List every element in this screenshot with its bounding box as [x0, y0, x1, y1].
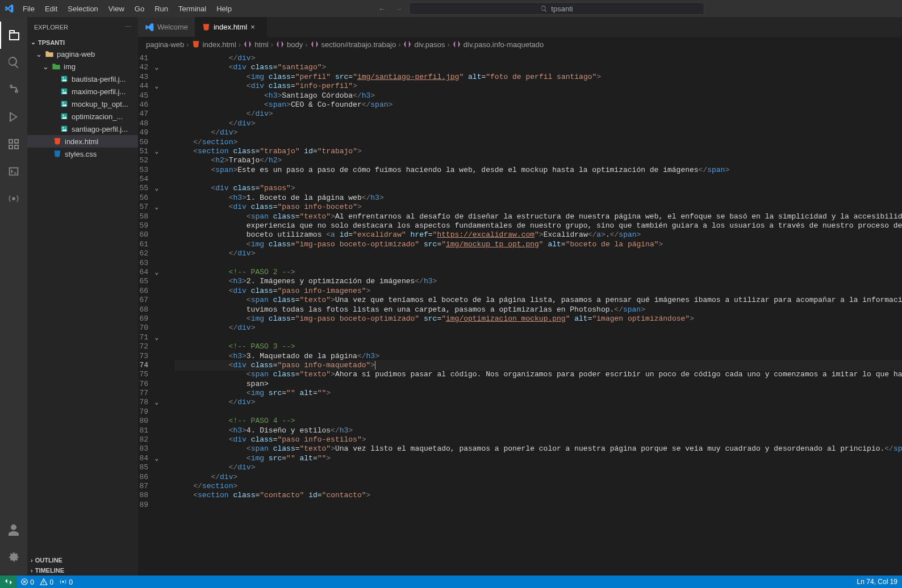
file-index[interactable]: index.html	[27, 135, 138, 148]
svg-point-10	[62, 127, 64, 128]
vscode-logo-icon	[145, 23, 154, 32]
command-center-search[interactable]: tpsanti	[409, 2, 704, 15]
tab-welcome[interactable]: Welcome	[138, 17, 195, 37]
search-icon	[540, 5, 548, 12]
outline-label: OUTLINE	[35, 557, 62, 564]
folder-pagina-web[interactable]: ⌄ pagina-web	[27, 48, 138, 60]
breadcrumb-item[interactable]: div.paso.info-maquetado	[463, 40, 544, 49]
activity-extensions[interactable]	[0, 131, 27, 158]
breadcrumb-item[interactable]: html	[254, 40, 269, 49]
folder-open-icon	[51, 62, 61, 70]
tab-label: Welcome	[157, 23, 188, 31]
project-header[interactable]: ⌄ TPSANTI	[27, 37, 138, 48]
close-icon[interactable]: ×	[250, 23, 260, 31]
image-file-icon	[59, 87, 69, 95]
file-label: styles.css	[65, 150, 97, 158]
folder-label: img	[64, 62, 76, 71]
html-file-icon	[52, 137, 62, 145]
activity-explorer[interactable]	[0, 22, 27, 49]
breadcrumb-icon	[452, 40, 461, 49]
status-problems[interactable]: 0 0	[20, 578, 53, 586]
svg-point-0	[12, 197, 15, 200]
menu-go[interactable]: Go	[130, 2, 149, 15]
sidebar-title: EXPLORER	[34, 24, 68, 31]
search-text: tpsanti	[551, 5, 573, 13]
file-row[interactable]: bautista-perfil.j...	[27, 73, 138, 85]
svg-point-4	[62, 90, 64, 91]
editor-area: Welcome index.html × pagina-web›index.ht…	[138, 17, 902, 576]
tab-label: index.html	[214, 23, 247, 31]
status-bar: 0 0 0 Ln 74, Col 19	[0, 576, 902, 588]
code-content[interactable]: </div> <div class="santiago"> <img class…	[166, 52, 902, 576]
code-editor[interactable]: 4142⌄4344⌄45464748495051⌄52535455⌄5657⌄5…	[138, 52, 902, 576]
svg-point-6	[62, 102, 64, 103]
chevron-right-icon: ›	[31, 557, 33, 564]
breadcrumb-item[interactable]: section#trabajo.trabajo	[321, 40, 396, 49]
menu-run[interactable]: Run	[150, 2, 173, 15]
menu-help[interactable]: Help	[212, 2, 236, 15]
folder-img[interactable]: ⌄ img	[27, 60, 138, 73]
timeline-section[interactable]: ›TIMELINE	[27, 565, 138, 576]
image-file-icon	[59, 100, 69, 108]
nav-forward-icon[interactable]: →	[395, 5, 402, 13]
breadcrumb-icon	[191, 40, 201, 49]
html-file-icon	[202, 23, 210, 31]
file-row[interactable]: santiago-perfil.j...	[27, 123, 138, 135]
chevron-down-icon: ⌄	[42, 62, 49, 71]
menu-selection[interactable]: Selection	[63, 2, 102, 15]
outline-section[interactable]: ›OUTLINE	[27, 555, 138, 565]
file-row[interactable]: mockup_tp_opt...	[27, 98, 138, 110]
breadcrumb-item[interactable]: body	[287, 40, 303, 49]
activity-scm[interactable]	[0, 76, 27, 103]
file-styles[interactable]: styles.css	[27, 148, 138, 160]
file-row[interactable]: optimizacion_...	[27, 110, 138, 123]
activity-terminal[interactable]	[0, 158, 27, 185]
breadcrumb-icon	[275, 40, 285, 49]
activity-search[interactable]	[0, 49, 27, 76]
file-label: maximo-perfil.j...	[72, 87, 126, 96]
activity-bar	[0, 17, 27, 576]
file-row[interactable]: maximo-perfil.j...	[27, 85, 138, 98]
status-cursor-position[interactable]: Ln 74, Col 19	[857, 578, 897, 586]
folder-open-icon	[44, 50, 55, 58]
menu-file[interactable]: File	[18, 2, 39, 15]
menu-terminal[interactable]: Terminal	[174, 2, 211, 15]
chevron-down-icon: ⌄	[31, 39, 36, 46]
css-file-icon	[52, 150, 62, 158]
breadcrumb-item[interactable]: pagina-web	[146, 40, 184, 49]
main-menu: FileEditSelectionViewGoRunTerminalHelp	[18, 2, 236, 15]
chevron-right-icon: ›	[31, 567, 33, 574]
breadcrumb-icon	[403, 40, 412, 49]
file-label: bautista-perfil.j...	[72, 75, 126, 83]
image-file-icon	[59, 75, 69, 83]
vscode-logo-icon	[5, 4, 14, 13]
status-ports[interactable]: 0	[59, 578, 73, 586]
chevron-down-icon: ⌄	[35, 50, 42, 58]
menu-view[interactable]: View	[104, 2, 129, 15]
breadcrumb-icon	[310, 40, 319, 49]
breadcrumbs[interactable]: pagina-web›index.html›html›body›section#…	[138, 37, 902, 52]
breadcrumb-item[interactable]: div.pasos	[414, 40, 445, 49]
file-label: optimizacion_...	[72, 112, 123, 121]
sidebar-explorer: EXPLORER ⋯ ⌄ TPSANTI ⌄ pagina-web ⌄ img	[27, 17, 138, 576]
file-label: mockup_tp_opt...	[72, 100, 128, 108]
breadcrumb-item[interactable]: index.html	[203, 40, 236, 49]
editor-tabs: Welcome index.html ×	[138, 17, 902, 37]
file-tree: ⌄ pagina-web ⌄ img bautista-perfil.j...m…	[27, 48, 138, 555]
folder-label: pagina-web	[57, 50, 95, 58]
image-file-icon	[59, 112, 69, 120]
svg-point-8	[62, 115, 64, 116]
nav-back-icon[interactable]: ←	[378, 5, 386, 13]
svg-point-2	[62, 77, 64, 78]
timeline-label: TIMELINE	[35, 567, 64, 574]
svg-point-12	[62, 581, 64, 583]
activity-debug[interactable]	[0, 103, 27, 131]
tab-index[interactable]: index.html ×	[195, 17, 267, 37]
activity-settings[interactable]	[0, 544, 27, 571]
sidebar-more-icon[interactable]: ⋯	[125, 23, 131, 31]
menu-edit[interactable]: Edit	[40, 2, 62, 15]
remote-indicator[interactable]	[0, 576, 17, 588]
activity-account[interactable]	[0, 516, 27, 544]
activity-live[interactable]	[0, 185, 27, 212]
breadcrumb-icon	[243, 40, 252, 49]
